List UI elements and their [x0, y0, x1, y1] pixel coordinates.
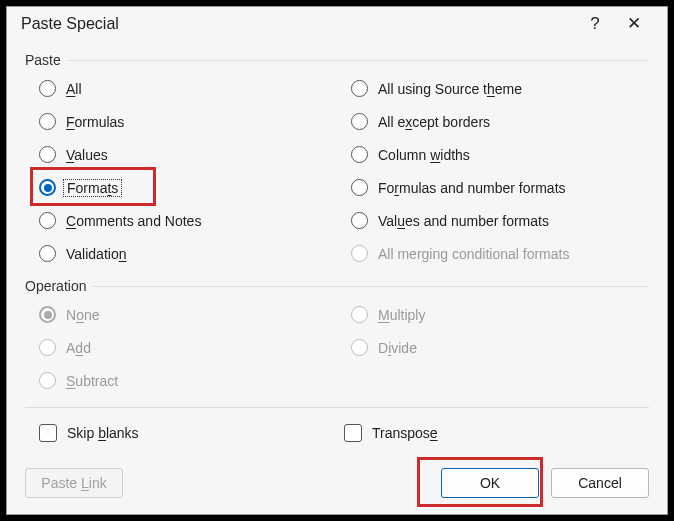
radio-icon: [39, 245, 56, 262]
radio-label: All using Source theme: [378, 81, 522, 97]
radio-label: Values: [66, 147, 108, 163]
radio-icon: [351, 146, 368, 163]
radio-label: Subtract: [66, 373, 118, 389]
checkbox-icon: [344, 424, 362, 442]
radio-label: Comments and Notes: [66, 213, 201, 229]
cancel-button[interactable]: Cancel: [551, 468, 649, 498]
group-operation-text: Operation: [25, 278, 86, 294]
checkbox-label: Transpose: [372, 425, 438, 441]
checkbox-transpose[interactable]: Transpose: [344, 418, 649, 448]
radio-icon: [351, 113, 368, 130]
group-label-operation: Operation: [25, 278, 649, 294]
radio-add: Add: [39, 331, 337, 364]
radio-icon: [39, 339, 56, 356]
radio-label: Formulas and number formats: [378, 180, 566, 196]
radio-icon: [351, 179, 368, 196]
radio-comments-notes[interactable]: Comments and Notes: [39, 204, 337, 237]
radio-label: Divide: [378, 340, 417, 356]
check-row: Skip blanks Transpose: [25, 418, 649, 448]
checkbox-icon: [39, 424, 57, 442]
radio-label: Validation: [66, 246, 126, 262]
footer: Paste Link OK Cancel: [7, 458, 667, 514]
radio-formats[interactable]: Formats: [39, 171, 337, 204]
radio-label: Multiply: [378, 307, 425, 323]
paste-special-dialog: Paste Special ? ✕ Paste All Formulas: [6, 6, 668, 515]
radio-label: All except borders: [378, 114, 490, 130]
radio-values[interactable]: Values: [39, 138, 337, 171]
radio-label: Formats: [63, 179, 122, 197]
close-button[interactable]: ✕: [611, 13, 657, 34]
radio-icon: [39, 113, 56, 130]
radio-label: Formulas: [66, 114, 124, 130]
radio-all-except-borders[interactable]: All except borders: [351, 105, 649, 138]
operation-options: None Add Subtract Multiply: [25, 298, 649, 397]
dialog-title: Paste Special: [21, 15, 579, 33]
radio-icon: [351, 80, 368, 97]
divider: [92, 286, 649, 287]
divider: [67, 60, 649, 61]
radio-column-widths[interactable]: Column widths: [351, 138, 649, 171]
radio-icon: [351, 212, 368, 229]
group-label-paste: Paste: [25, 52, 649, 68]
paste-options: All Formulas Values Formats: [25, 72, 649, 270]
radio-icon: [39, 179, 56, 196]
radio-validation[interactable]: Validation: [39, 237, 337, 270]
radio-icon: [39, 146, 56, 163]
radio-label: All: [66, 81, 82, 97]
radio-none: None: [39, 298, 337, 331]
radio-icon: [39, 306, 56, 323]
checkbox-label: Skip blanks: [67, 425, 139, 441]
divider: [25, 407, 649, 408]
radio-icon: [39, 80, 56, 97]
radio-formulas[interactable]: Formulas: [39, 105, 337, 138]
radio-formulas-number-formats[interactable]: Formulas and number formats: [351, 171, 649, 204]
radio-subtract: Subtract: [39, 364, 337, 397]
radio-label: Add: [66, 340, 91, 356]
radio-label: None: [66, 307, 100, 323]
radio-icon: [39, 372, 56, 389]
radio-icon: [351, 306, 368, 323]
group-paste-text: Paste: [25, 52, 61, 68]
radio-divide: Divide: [351, 331, 649, 364]
radio-all[interactable]: All: [39, 72, 337, 105]
radio-label: Values and number formats: [378, 213, 549, 229]
radio-merging-conditional: All merging conditional formats: [351, 237, 649, 270]
radio-all-source-theme[interactable]: All using Source theme: [351, 72, 649, 105]
help-button[interactable]: ?: [579, 14, 611, 34]
paste-link-button: Paste Link: [25, 468, 123, 498]
radio-values-number-formats[interactable]: Values and number formats: [351, 204, 649, 237]
radio-label: All merging conditional formats: [378, 246, 569, 262]
radio-multiply: Multiply: [351, 298, 649, 331]
radio-icon: [351, 339, 368, 356]
radio-label: Column widths: [378, 147, 470, 163]
radio-icon: [39, 212, 56, 229]
titlebar: Paste Special ? ✕: [7, 7, 667, 40]
radio-icon: [351, 245, 368, 262]
ok-button[interactable]: OK: [441, 468, 539, 498]
checkbox-skip-blanks[interactable]: Skip blanks: [39, 418, 344, 448]
